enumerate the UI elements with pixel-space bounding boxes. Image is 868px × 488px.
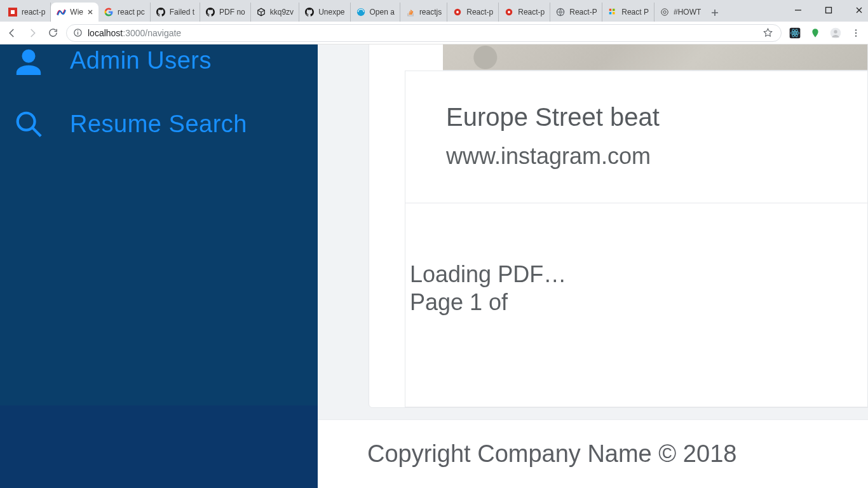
svg-point-26: [18, 113, 35, 130]
profile-avatar-icon[interactable]: [829, 26, 843, 40]
npm-icon: [8, 7, 18, 17]
site-icon: [56, 7, 66, 17]
tab-label: Wie: [70, 8, 83, 17]
svg-rect-12: [826, 8, 832, 13]
footer-text: Copyright Company Name © 2018: [367, 440, 736, 468]
github-icon: [156, 7, 166, 17]
pdf-page-text: Page 1 of: [369, 288, 566, 316]
tab-13[interactable]: #HOWT: [654, 3, 706, 22]
sidebar-item-label: Resume Search: [70, 111, 247, 138]
svg-point-11: [663, 11, 666, 13]
tab-label: kkq9zv: [270, 8, 294, 17]
svg-point-17: [794, 32, 796, 34]
card-cover-image: [443, 44, 867, 71]
svg-point-2: [456, 11, 459, 13]
page-root: Admin Users Resume Search Europe Street …: [0, 44, 868, 488]
tab-10[interactable]: React-p: [499, 3, 550, 22]
openany-icon: [356, 7, 366, 17]
card-title: Europe Street beat: [405, 71, 867, 132]
tab-label: React P: [621, 8, 649, 17]
sidebar: Admin Users Resume Search: [0, 44, 318, 488]
sidebar-footer: [0, 405, 318, 488]
svg-rect-8: [609, 12, 612, 15]
codesandbox-icon: [256, 7, 266, 17]
svg-point-22: [834, 30, 837, 33]
url-text: localhost:3000/navigate: [88, 28, 756, 38]
svg-point-10: [661, 9, 668, 16]
address-bar[interactable]: localhost:3000/navigate: [66, 24, 782, 42]
minimize-button[interactable]: [792, 6, 804, 16]
tab-label: Failed t: [170, 8, 194, 17]
browser-chrome: react-p Wie react pc Failed t: [0, 0, 868, 44]
maximize-button[interactable]: [822, 6, 835, 16]
tab-label: Open a: [370, 8, 395, 17]
tab-label: React-p: [518, 8, 545, 17]
tab-label: react pc: [118, 8, 145, 17]
forward-button[interactable]: [25, 26, 39, 40]
tab-6[interactable]: Unexpe: [299, 3, 350, 22]
tab-5[interactable]: kkq9zv: [251, 3, 299, 22]
tab-8[interactable]: reactjs: [400, 3, 447, 22]
sidebar-item-admin-users[interactable]: Admin Users: [0, 44, 318, 102]
search-icon: [13, 108, 44, 140]
grid-icon: [607, 7, 618, 17]
user-icon: [13, 44, 44, 76]
window-controls: [792, 0, 865, 22]
stackoverflow-icon: [405, 7, 416, 17]
tab-12[interactable]: React P: [602, 3, 654, 22]
location-pin-icon[interactable]: [808, 26, 822, 40]
bookmark-star-icon[interactable]: [761, 26, 775, 40]
reload-button[interactable]: [46, 26, 60, 40]
site-info-icon[interactable]: [73, 28, 83, 37]
back-button[interactable]: [5, 26, 19, 40]
gear-icon: [452, 7, 463, 17]
github-icon: [304, 7, 315, 17]
content-card: Europe Street beat www.instagram.com Loa…: [369, 44, 868, 408]
tab-label: PDF no: [219, 8, 245, 17]
svg-point-25: [855, 35, 857, 36]
tab-label: React-p: [466, 8, 493, 17]
tab-label: React-P: [569, 8, 597, 17]
tab-strip: react-p Wie react pc Failed t: [0, 0, 868, 22]
tab-1[interactable]: Wie: [51, 3, 98, 22]
tab-3[interactable]: Failed t: [151, 3, 200, 22]
page-footer: Copyright Company Name © 2018: [318, 419, 868, 488]
svg-point-23: [855, 29, 857, 30]
svg-rect-9: [613, 12, 615, 15]
github-icon: [205, 7, 215, 17]
react-devtools-icon[interactable]: [788, 26, 802, 40]
riot-icon: [660, 7, 670, 17]
new-tab-button[interactable]: [706, 4, 724, 22]
card-subtitle: www.instagram.com: [405, 132, 867, 170]
svg-rect-6: [609, 9, 612, 11]
tab-label: #HOWT: [674, 8, 701, 17]
globe-icon: [555, 7, 566, 17]
tab-4[interactable]: PDF no: [200, 3, 251, 22]
tab-9[interactable]: React-p: [447, 3, 499, 22]
gear-icon: [504, 7, 514, 17]
svg-rect-7: [613, 9, 615, 11]
tab-label: Unexpe: [318, 8, 344, 17]
tab-label: reactjs: [419, 8, 442, 17]
sidebar-item-label: Admin Users: [70, 47, 212, 74]
sidebar-item-resume-search[interactable]: Resume Search: [0, 102, 318, 158]
svg-point-24: [855, 32, 857, 33]
close-icon[interactable]: [87, 9, 93, 15]
toolbar: localhost:3000/navigate: [0, 22, 868, 44]
main-content: Europe Street beat www.instagram.com Loa…: [318, 44, 868, 488]
tab-7[interactable]: Open a: [351, 3, 400, 22]
close-button[interactable]: [853, 6, 865, 16]
svg-point-4: [508, 11, 510, 13]
tab-label: react-p: [22, 8, 45, 17]
menu-icon[interactable]: [849, 26, 863, 40]
tab-2[interactable]: react pc: [98, 3, 151, 22]
google-icon: [104, 7, 114, 17]
tab-0[interactable]: react-p: [3, 3, 51, 22]
tab-11[interactable]: React-P: [550, 3, 602, 22]
pdf-loading-text: Loading PDF…: [369, 203, 566, 288]
svg-rect-14: [78, 32, 78, 34]
svg-rect-15: [78, 30, 78, 31]
